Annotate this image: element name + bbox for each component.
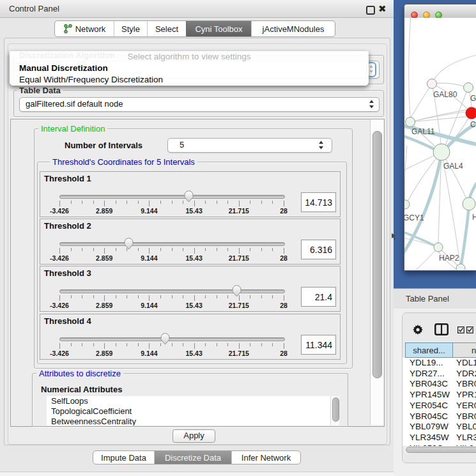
- table-row[interactable]: YBR045C YBR0: [403, 411, 476, 422]
- attribute-list-item[interactable]: BetweennessCentrality: [47, 417, 330, 426]
- numerical-attributes-list[interactable]: SelfLoopsTopologicalCoefficientBetweenne…: [47, 396, 330, 426]
- attributes-scrollbar-thumb[interactable]: [332, 397, 339, 422]
- slider-tick: [93, 343, 94, 346]
- dropdown-item-equal-width-frequency[interactable]: Equal Width/Frequency Discretization: [10, 74, 378, 86]
- slider-scale-label: 21.715: [229, 302, 249, 309]
- table-row[interactable]: YLR345W YLR3: [403, 433, 476, 443]
- tab-cyni-toolbox[interactable]: Cyni Toolbox: [186, 21, 251, 36]
- float-window-icon[interactable]: [366, 6, 375, 15]
- slider-scale-label: -3.426: [50, 349, 69, 357]
- slider-tick: [261, 248, 262, 251]
- slider-tick: [217, 343, 217, 346]
- attributes-list-scrollbar[interactable]: [330, 396, 339, 426]
- slider-tick: [82, 201, 82, 204]
- table-column-header-name[interactable]: n: [453, 342, 476, 358]
- threshold-slider-thumb[interactable]: [124, 238, 134, 250]
- threshold-label: Threshold 3: [44, 268, 91, 278]
- threshold-slider-track[interactable]: [59, 337, 285, 341]
- columns-icon[interactable]: [434, 323, 449, 335]
- slider-scale-label: 21.715: [229, 349, 249, 357]
- threshold-panel-3: Threshold 3-3.4262.8599.14415.4321.71528…: [40, 266, 341, 312]
- table-data-combobox[interactable]: galFiltered.sif default node: [19, 97, 380, 112]
- table-row[interactable]: YER054C YER0: [403, 401, 476, 411]
- node-label-g: G: [470, 94, 476, 103]
- slider-scale-label: 9.144: [141, 302, 157, 309]
- threshold-value-field[interactable]: 14.713: [301, 192, 336, 212]
- slider-tick: [149, 343, 150, 349]
- slider-tick: [250, 201, 250, 204]
- slider-tick: [227, 248, 228, 251]
- tab-select[interactable]: Select: [147, 21, 186, 36]
- slider-tick: [250, 295, 250, 298]
- slider-tick: [217, 295, 217, 298]
- close-icon[interactable]: ✖: [378, 3, 387, 15]
- number-of-intervals-combobox[interactable]: 5: [167, 138, 332, 153]
- slider-scale-label: 28: [280, 302, 288, 309]
- table-row[interactable]: YBR043C YBR0: [403, 379, 476, 390]
- tab-discretize-data[interactable]: Discretize Data: [154, 451, 231, 464]
- slider-tick: [194, 343, 195, 349]
- slider-scale-label: 2.859: [96, 207, 112, 215]
- table-cell-name: YBR0: [456, 411, 476, 422]
- table-cell-name: YDR2: [456, 369, 476, 380]
- network-canvas[interactable]: GAL80GCGAL11GAL4GCY1HHAP2: [404, 18, 476, 270]
- slider-tick: [138, 201, 139, 204]
- threshold-value-field[interactable]: 11.344: [301, 335, 336, 355]
- tab-cyni-toolbox-label: Cyni Toolbox: [195, 24, 242, 34]
- table-cell-shared-name: YPR145W: [410, 390, 450, 401]
- slider-tick: [217, 201, 217, 204]
- table-rows[interactable]: YDL19... YDL1 YDR27... YDR2 YBR043C YBR0…: [403, 358, 476, 446]
- slider-tick: [272, 201, 273, 204]
- table-row[interactable]: YDL19... YDL1: [403, 358, 476, 369]
- attribute-list-item[interactable]: SelfLoops: [47, 396, 330, 406]
- screenshot-root: Control Panel ✖ Network Style Sel: [0, 0, 476, 476]
- slider-tick: [71, 343, 72, 346]
- table-hscrollbar[interactable]: [404, 446, 476, 454]
- table-row[interactable]: YDR27... YDR2: [403, 369, 476, 380]
- table-hscrollbar-thumb[interactable]: [406, 447, 476, 453]
- slider-tick: [127, 295, 127, 298]
- slider-tick: [217, 248, 217, 251]
- network-window-titlebar[interactable]: [404, 4, 476, 19]
- table-column-header-shared[interactable]: shared...: [405, 342, 453, 358]
- tab-network[interactable]: Network: [55, 21, 114, 36]
- slider-tick: [250, 248, 250, 251]
- threshold-slider-thumb[interactable]: [184, 190, 194, 203]
- slider-tick: [261, 295, 262, 298]
- table-row[interactable]: YPR145W YPR1: [403, 390, 476, 401]
- threshold-slider-track[interactable]: [59, 289, 285, 293]
- tab-jactivemnodules[interactable]: jActiveMNodules: [251, 21, 335, 36]
- slider-tick: [160, 248, 161, 251]
- tab-discretize-data-label: Discretize Data: [165, 453, 221, 463]
- attribute-list-item[interactable]: TopologicalCoefficient: [47, 406, 330, 417]
- apply-button[interactable]: Apply: [173, 429, 215, 443]
- gear-icon[interactable]: [413, 325, 423, 335]
- threshold-value-field[interactable]: 21.4: [301, 287, 336, 307]
- threshold-slider-track[interactable]: [59, 195, 285, 199]
- threshold-slider-thumb[interactable]: [232, 285, 242, 297]
- settings-scrollbar-thumb[interactable]: [372, 131, 382, 378]
- dropdown-item-manual-discretization[interactable]: Manual Discretization: [10, 63, 378, 74]
- table-cell-shared-name: YBR045C: [410, 411, 448, 422]
- checkbox-icons[interactable]: [457, 326, 474, 334]
- slider-tick: [93, 201, 94, 204]
- tab-style[interactable]: Style: [114, 21, 147, 36]
- slider-tick: [138, 295, 139, 298]
- settings-scrollbar[interactable]: [370, 119, 383, 425]
- combo-stepper-icon: [369, 100, 374, 109]
- slider-tick: [116, 201, 116, 204]
- network-graph: [404, 18, 476, 270]
- table-panel-titlebar[interactable]: Table Panel: [394, 288, 476, 310]
- threshold-slider-track[interactable]: [59, 242, 285, 246]
- slider-tick: [284, 248, 284, 254]
- slider-tick: [93, 295, 94, 298]
- threshold-value-field[interactable]: 6.316: [301, 240, 336, 259]
- slider-tick: [284, 295, 284, 301]
- control-panel-titlebar[interactable]: Control Panel ✖: [0, 0, 394, 18]
- tab-impute-data[interactable]: Impute Data: [93, 451, 154, 464]
- table-row[interactable]: YBL079W YBL0: [403, 422, 476, 433]
- slider-tick: [104, 201, 105, 206]
- slider-tick: [205, 295, 206, 298]
- tab-infer-network[interactable]: Infer Network: [231, 451, 300, 464]
- threshold-slider-thumb[interactable]: [160, 333, 170, 345]
